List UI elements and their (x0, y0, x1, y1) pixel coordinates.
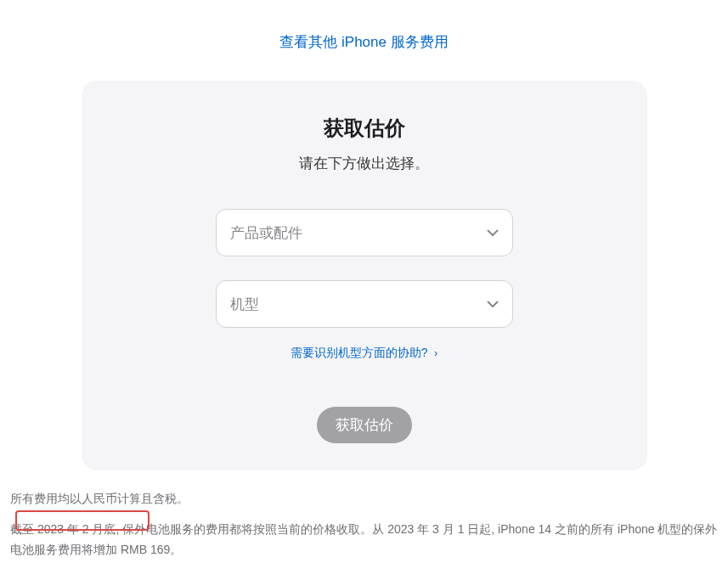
card-subtitle: 请在下方做出选择。 (116, 154, 613, 173)
product-select-wrap: 产品或配件 (216, 209, 513, 256)
model-select-wrap: 机型 (216, 280, 513, 328)
get-estimate-button[interactable]: 获取估价 (317, 407, 412, 443)
help-link-row: 需要识别机型方面的协助? › (116, 345, 613, 361)
help-link-label: 需要识别机型方面的协助? (291, 346, 428, 359)
product-select-placeholder: 产品或配件 (230, 223, 302, 243)
chevron-down-icon (487, 229, 499, 236)
product-select[interactable]: 产品或配件 (216, 209, 513, 256)
chevron-right-icon: › (434, 347, 437, 359)
footer-note-2: 截至 2023 年 2 月底, 保外电池服务的费用都将按照当前的价格收取。从 2… (10, 520, 718, 560)
footer-note-1: 所有费用均以人民币计算且含税。 (10, 489, 718, 510)
model-select-placeholder: 机型 (230, 295, 259, 314)
identify-model-help-link[interactable]: 需要识别机型方面的协助? › (291, 346, 438, 359)
top-link-row: 查看其他 iPhone 服务费用 (0, 0, 728, 69)
estimate-card: 获取估价 请在下方做出选择。 产品或配件 机型 需要识别机型方面的协助? › 获… (82, 81, 647, 470)
chevron-down-icon (487, 301, 499, 307)
other-services-link[interactable]: 查看其他 iPhone 服务费用 (279, 34, 448, 50)
card-title: 获取估价 (116, 115, 613, 142)
footer-notes: 所有费用均以人民币计算且含税。 截至 2023 年 2 月底, 保外电池服务的费… (0, 470, 728, 560)
model-select[interactable]: 机型 (216, 280, 513, 328)
submit-row: 获取估价 (116, 407, 613, 443)
